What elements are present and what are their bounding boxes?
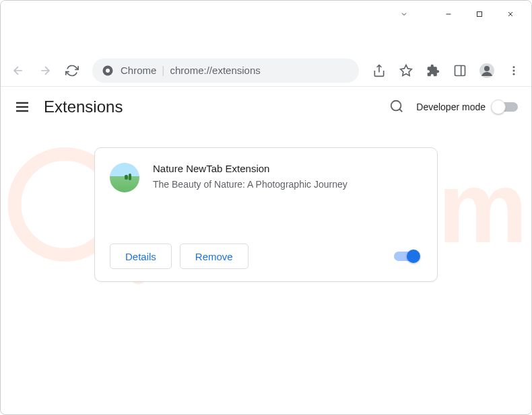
svg-point-8 [513, 73, 515, 75]
browser-toolbar: Chrome | chrome://extensions [1, 54, 531, 87]
extension-enable-toggle[interactable] [394, 252, 418, 261]
omnibox-url: chrome://extensions [170, 65, 261, 76]
close-window-button[interactable] [495, 3, 526, 25]
page-header: Extensions Developer mode [1, 87, 531, 127]
developer-mode-label: Developer mode [416, 102, 486, 112]
extension-name: Nature NewTab Extension [153, 163, 422, 174]
extensions-list: Nature NewTab Extension The Beauty of Na… [1, 127, 531, 282]
extensions-button[interactable] [421, 59, 445, 83]
profile-button[interactable] [475, 59, 499, 83]
forward-button[interactable] [33, 59, 57, 83]
menu-button[interactable] [502, 59, 526, 83]
svg-rect-0 [477, 12, 482, 17]
side-panel-button[interactable] [448, 59, 472, 83]
share-button[interactable] [367, 59, 391, 83]
remove-button[interactable]: Remove [180, 243, 248, 269]
search-extensions-button[interactable] [389, 99, 405, 115]
chrome-icon [102, 65, 114, 77]
bookmark-button[interactable] [394, 59, 418, 83]
extension-icon [110, 163, 139, 192]
omnibox-scheme: Chrome [121, 65, 156, 76]
page-title: Extensions [44, 98, 389, 116]
developer-mode-toggle[interactable] [494, 102, 518, 112]
svg-point-6 [513, 66, 515, 68]
svg-point-9 [391, 101, 401, 111]
window-dropdown-button[interactable] [389, 3, 420, 25]
reload-button[interactable] [60, 59, 84, 83]
svg-point-2 [106, 69, 110, 73]
details-button[interactable]: Details [110, 243, 172, 269]
address-bar[interactable]: Chrome | chrome://extensions [92, 59, 359, 83]
back-button[interactable] [6, 59, 30, 83]
hamburger-menu-button[interactable] [14, 99, 30, 115]
minimize-button[interactable] [433, 3, 464, 25]
svg-point-7 [513, 69, 515, 71]
maximize-button[interactable] [464, 3, 495, 25]
extension-description: The Beauty of Nature: A Photographic Jou… [153, 178, 422, 192]
svg-rect-3 [455, 65, 465, 75]
extension-card: Nature NewTab Extension The Beauty of Na… [94, 147, 438, 282]
omnibox-separator: | [162, 65, 164, 77]
window-titlebar [1, 1, 531, 28]
svg-point-5 [484, 66, 490, 71]
